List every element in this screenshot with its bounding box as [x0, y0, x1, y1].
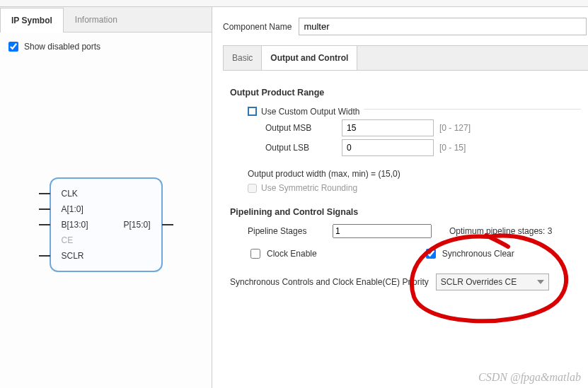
tab-output-and-control[interactable]: Output and Control [262, 46, 357, 70]
output-lsb-range: [0 - 15] [439, 143, 466, 153]
show-disabled-ports-checkbox[interactable] [8, 42, 18, 52]
tab-ip-symbol[interactable]: IP Symbol [0, 8, 64, 33]
output-product-width-info: Output product width (max, min) = (15,0) [230, 169, 581, 179]
clock-enable-label: Clock Enable [267, 249, 317, 259]
output-lsb-input[interactable] [342, 139, 434, 156]
use-custom-output-width-label: Use Custom Output Width [261, 107, 359, 117]
synchronous-clear-checkbox[interactable] [426, 249, 436, 259]
chevron-down-icon [537, 280, 544, 284]
pipeline-stages-label: Pipeline Stages [248, 226, 325, 236]
synchronous-clear-label: Synchronous Clear [442, 249, 514, 259]
clock-enable-checkbox[interactable] [250, 249, 260, 259]
show-disabled-ports-label: Show disabled ports [24, 42, 100, 52]
port-a: A[1:0] [62, 204, 83, 214]
output-msb-range: [0 - 127] [439, 123, 471, 133]
tab-information[interactable]: Information [64, 7, 129, 32]
port-sclr: SCLR [62, 251, 84, 261]
section-output-product-range: Output Product Range [230, 88, 581, 98]
separator-line [364, 109, 581, 110]
port-p: P[15:0] [123, 220, 150, 230]
component-name-label: Component Name [223, 22, 292, 32]
sync-controls-priority-dropdown[interactable]: SCLR Overrides CE [436, 274, 549, 290]
sync-controls-priority-value: SCLR Overrides CE [441, 277, 517, 287]
pipeline-stages-input[interactable] [333, 224, 432, 238]
tab-basic[interactable]: Basic [224, 46, 262, 70]
port-ce: CE [62, 235, 74, 245]
left-pane: IP Symbol Information Show disabled port… [0, 7, 212, 388]
use-symmetric-rounding-checkbox [248, 184, 257, 193]
sync-controls-priority-label: Synchronous Controls and Clock Enable(CE… [230, 277, 429, 287]
use-symmetric-rounding-label: Use Symmetric Rounding [261, 183, 357, 193]
ip-symbol-area: CLK A[1:0] B[13:0]P[15:0] CE SCLR [0, 61, 212, 388]
output-msb-input[interactable] [342, 119, 434, 136]
component-name-input[interactable] [299, 18, 587, 35]
optimum-pipeline-stages: Optimum pipeline stages: 3 [449, 226, 552, 236]
section-pipelining: Pipelining and Control Signals [230, 207, 581, 217]
ip-block: CLK A[1:0] B[13:0]P[15:0] CE SCLR [50, 177, 163, 272]
output-msb-label: Output MSB [265, 123, 336, 133]
port-clk: CLK [62, 189, 78, 199]
use-custom-output-width-checkbox[interactable] [248, 107, 257, 116]
output-lsb-label: Output LSB [265, 143, 336, 153]
right-pane: Component Name Basic Output and Control … [212, 7, 588, 388]
port-b: B[13:0] [62, 220, 88, 230]
top-toolbar [0, 0, 588, 7]
